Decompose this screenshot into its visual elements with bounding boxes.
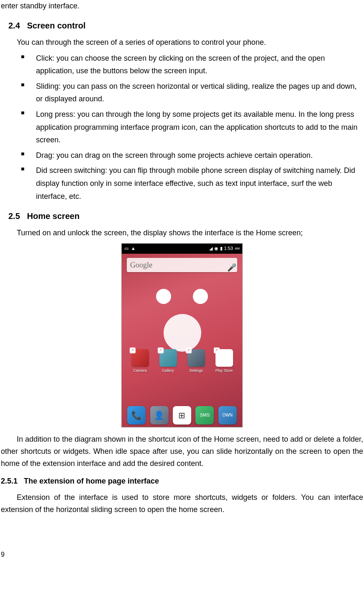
dock-row: 📞 👤 ⊞ SMS OWN <box>122 404 242 427</box>
signal-icon: ◢ <box>209 245 213 252</box>
heading-2-4: 2.4 Screen control <box>8 19 363 32</box>
wifi-icon: ◉ <box>214 245 218 252</box>
heading-2-5-1: 2.5.1 The extension of home page interfa… <box>1 475 363 487</box>
sim-icon: ▭ <box>124 245 128 252</box>
playstore-icon: ↗ <box>215 349 233 367</box>
bullet-click: Click: you can choose the screen by clic… <box>21 52 363 77</box>
section-2-5-intro: Turned on and unlock the screen, the dis… <box>1 227 363 239</box>
status-bar: ▭ ▲ ◢ ◉ ▮ 1:53 AM <box>122 244 242 254</box>
section-2-4-bullets: Click: you can choose the screen by clic… <box>21 52 363 203</box>
app-label: Settings <box>189 368 203 373</box>
page-number: 9 <box>1 549 363 560</box>
app-playstore[interactable]: ↗ Play Store <box>212 349 237 373</box>
heading-2-5: 2.5 Home screen <box>8 209 363 223</box>
subheading-number: 2.5.1 <box>1 477 18 485</box>
dock-contacts-icon[interactable]: 👤 <box>150 406 169 425</box>
google-logo-text: Google <box>130 259 227 271</box>
bullet-long-press: Long press: you can through the long by … <box>21 108 363 147</box>
wallpaper-face <box>122 276 242 347</box>
status-left-icons: ▭ ▲ <box>124 245 136 252</box>
section-2-5-1-body: Extension of the interface is used to st… <box>1 491 363 516</box>
app-gallery[interactable]: ↗ Gallery <box>156 349 181 373</box>
status-ampm: AM <box>235 246 240 252</box>
heading-title: Home screen <box>27 211 79 221</box>
dock-apps-icon[interactable]: ⊞ <box>173 406 191 425</box>
gallery-icon: ↗ <box>159 349 177 367</box>
mic-icon[interactable]: 🎤 <box>227 262 234 268</box>
app-settings[interactable]: ↗ Settings <box>184 349 209 373</box>
eye-left-icon <box>156 289 171 304</box>
status-time: 1:53 <box>224 245 233 252</box>
dock-phone-icon[interactable]: 📞 <box>127 406 146 425</box>
heading-number: 2.4 <box>8 21 20 30</box>
section-2-5-after-image: In addition to the diagram shown in the … <box>1 433 363 469</box>
bullet-drag: Drag: you can drag on the screen through… <box>21 149 363 162</box>
bullet-sliding: Sliding: you can pass on the screen hori… <box>21 80 363 106</box>
camera-icon: ↗ <box>131 349 149 367</box>
google-search-bar[interactable]: Google 🎤 <box>127 258 237 272</box>
app-label: Play Store <box>215 368 233 373</box>
mouth-icon <box>164 314 201 352</box>
dock-sms-icon[interactable]: SMS <box>195 406 214 425</box>
app-label: Gallery <box>162 368 174 373</box>
status-right: ◢ ◉ ▮ 1:53 AM <box>209 245 240 252</box>
subheading-title: The extension of home page interface <box>24 477 159 485</box>
phone-screenshot-container: ▭ ▲ ◢ ◉ ▮ 1:53 AM Google 🎤 <box>1 243 363 427</box>
section-2-4-intro: You can through the screen of a series o… <box>17 36 363 49</box>
bullet-screen-switching: Did screen switching: you can flip throu… <box>21 164 363 203</box>
app-label: Camera <box>133 368 146 373</box>
fragment-previous-page: enter standby interface. <box>1 0 363 12</box>
settings-icon: ↗ <box>187 349 205 367</box>
phone-screenshot: ▭ ▲ ◢ ◉ ▮ 1:53 AM Google 🎤 <box>121 243 243 427</box>
battery-icon: ▮ <box>220 245 223 252</box>
eye-right-icon <box>193 289 208 304</box>
dock-own-icon[interactable]: OWN <box>218 406 237 425</box>
warning-icon: ▲ <box>131 245 136 252</box>
heading-title: Screen control <box>27 21 85 30</box>
app-camera[interactable]: ↗ Camera <box>128 349 153 373</box>
heading-number: 2.5 <box>8 211 20 221</box>
